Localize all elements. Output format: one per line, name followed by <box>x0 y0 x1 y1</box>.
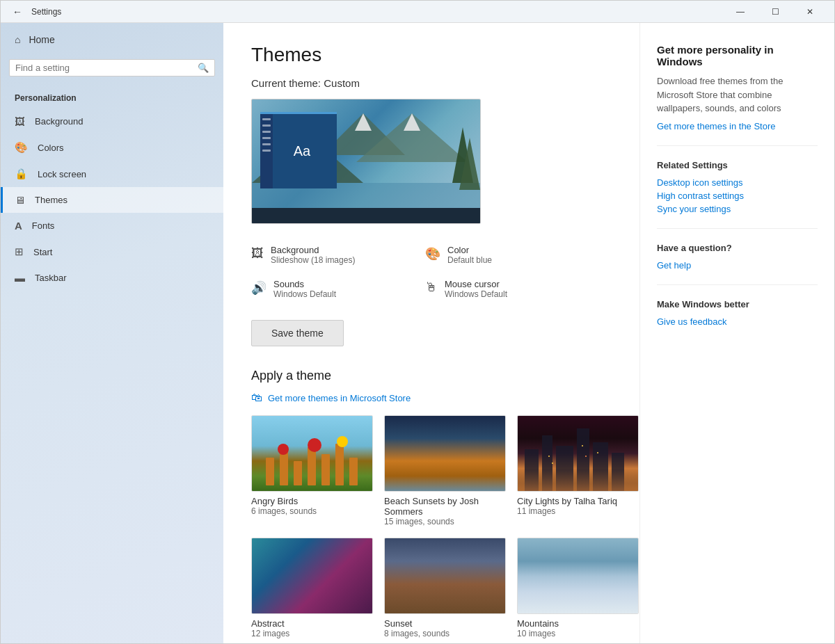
sidebar-item-themes-label: Themes <box>35 195 67 205</box>
settings-window: ← Settings — ☐ ✕ ⌂ Home 🔍 Personalizatio… <box>0 0 835 644</box>
attr-background[interactable]: 🖼 Background Slideshow (18 images) <box>251 238 425 272</box>
back-button[interactable]: ← <box>9 3 26 20</box>
theme-card-mountains[interactable]: Mountains 10 images <box>517 538 639 638</box>
attr-sounds-text: Sounds Windows Default <box>273 279 336 299</box>
attr-background-value: Slideshow (18 images) <box>271 255 355 265</box>
attr-cursor-name: Mouse cursor <box>445 279 507 289</box>
beach-sunsets-desc: 15 images, sounds <box>384 517 506 526</box>
sidebar-item-taskbar[interactable]: ▬ Taskbar <box>1 265 223 291</box>
apply-theme-heading: Apply a theme <box>251 369 612 383</box>
attr-background-icon: 🖼 <box>251 246 264 261</box>
preview-sidebar <box>260 114 273 188</box>
attr-sounds[interactable]: 🔊 Sounds Windows Default <box>251 272 425 306</box>
home-icon: ⌂ <box>15 34 20 45</box>
attr-background-text: Background Slideshow (18 images) <box>271 245 355 265</box>
attr-cursor-text: Mouse cursor Windows Default <box>445 279 507 299</box>
sidebar-section-title: Personalization <box>1 85 223 108</box>
right-panel: Get more personality in Windows Download… <box>639 23 834 643</box>
theme-attributes: 🖼 Background Slideshow (18 images) 🎨 Col… <box>251 238 599 306</box>
theme-card-beach-sunsets[interactable]: Beach Sunsets by Josh Sommers 15 images,… <box>384 415 506 526</box>
page-title: Themes <box>251 44 612 66</box>
theme-card-city-lights[interactable]: City Lights by Talha Tariq 11 images <box>517 415 639 526</box>
search-input[interactable] <box>15 63 198 73</box>
svg-rect-12 <box>321 454 330 485</box>
close-button[interactable]: ✕ <box>794 1 826 23</box>
theme-card-abstract[interactable]: Abstract 12 images <box>251 538 373 638</box>
svg-rect-8 <box>266 458 274 485</box>
svg-point-28 <box>597 452 598 453</box>
beach-sunsets-name: Beach Sunsets by Josh Sommers <box>384 496 506 517</box>
themes-icon: 🖥 <box>15 194 25 206</box>
sidebar-item-fonts-label: Fonts <box>32 220 55 231</box>
desktop-icon-settings-link[interactable]: Desktop icon settings <box>657 177 818 188</box>
trees-svg <box>424 99 480 224</box>
divider-1 <box>657 145 818 146</box>
help-title: Have a question? <box>657 243 818 253</box>
attr-mouse-cursor[interactable]: 🖱 Mouse cursor Windows Default <box>425 272 599 306</box>
city-lights-img <box>517 415 639 492</box>
svg-rect-11 <box>308 447 316 485</box>
theme-preview: Aa <box>251 99 481 224</box>
attr-cursor-value: Windows Default <box>445 289 507 299</box>
sidebar-item-fonts[interactable]: A Fonts <box>1 213 223 239</box>
search-box: 🔍 <box>9 59 215 77</box>
start-icon: ⊞ <box>15 245 24 258</box>
svg-point-27 <box>585 456 587 457</box>
theme-card-angry-birds[interactable]: Angry Birds 6 images, sounds <box>251 415 373 526</box>
sunset-name: Sunset <box>384 618 506 629</box>
get-help-link[interactable]: Get help <box>657 260 818 271</box>
current-theme-label: Current theme: Custom <box>251 77 612 89</box>
window-controls: — ☐ ✕ <box>724 1 826 23</box>
attr-cursor-icon: 🖱 <box>425 280 438 295</box>
svg-point-16 <box>308 438 321 452</box>
store-link[interactable]: 🛍 Get more themes in Microsoft Store <box>251 392 612 404</box>
divider-2 <box>657 228 818 229</box>
home-label: Home <box>29 34 54 45</box>
maximize-button[interactable]: ☐ <box>759 1 791 23</box>
attr-color-name: Color <box>447 245 492 255</box>
sidebar-item-lock-label: Lock screen <box>38 169 86 179</box>
store-link-label: Get more themes in Microsoft Store <box>268 393 411 403</box>
feedback-title: Make Windows better <box>657 299 818 309</box>
sidebar-item-colors[interactable]: 🎨 Colors <box>1 134 223 161</box>
angry-birds-art <box>252 416 373 492</box>
colors-icon: 🎨 <box>15 141 28 154</box>
sidebar-item-colors-label: Colors <box>38 143 64 153</box>
sidebar-item-background[interactable]: 🖼 Background <box>1 108 223 134</box>
sunset-desc: 8 images, sounds <box>384 629 506 638</box>
angry-birds-img <box>251 415 373 492</box>
promo-link[interactable]: Get more themes in the Store <box>657 121 818 131</box>
svg-point-17 <box>337 436 348 447</box>
minimize-button[interactable]: — <box>724 1 756 23</box>
preview-background: Aa <box>252 99 480 223</box>
preview-window: Aa <box>260 112 337 188</box>
attr-color[interactable]: 🎨 Color Default blue <box>425 238 599 272</box>
svg-point-24 <box>548 456 550 457</box>
taskbar-icon: ▬ <box>15 272 25 284</box>
city-lights-name: City Lights by Talha Tariq <box>517 496 639 506</box>
abstract-img <box>251 538 373 614</box>
attr-sounds-value: Windows Default <box>273 289 336 299</box>
sidebar-item-home[interactable]: ⌂ Home <box>1 23 223 56</box>
svg-point-25 <box>552 462 553 464</box>
fonts-icon: A <box>15 220 22 232</box>
give-feedback-link[interactable]: Give us feedback <box>657 316 818 327</box>
lock-icon: 🔒 <box>15 168 28 180</box>
attr-color-icon: 🎨 <box>425 246 440 261</box>
titlebar: ← Settings — ☐ ✕ <box>1 1 834 23</box>
theme-card-sunset[interactable]: Sunset 8 images, sounds <box>384 538 506 638</box>
attr-sounds-icon: 🔊 <box>251 280 267 296</box>
beach-sunsets-img <box>384 415 506 492</box>
sidebar-item-start[interactable]: ⊞ Start <box>1 239 223 265</box>
sidebar-item-lock-screen[interactable]: 🔒 Lock screen <box>1 161 223 187</box>
search-icon: 🔍 <box>198 63 209 73</box>
sunset-img <box>384 538 506 614</box>
sidebar-item-themes[interactable]: 🖥 Themes <box>1 187 223 213</box>
store-icon: 🛍 <box>251 392 262 404</box>
save-theme-button[interactable]: Save theme <box>251 320 344 346</box>
svg-rect-13 <box>335 444 344 485</box>
attr-background-name: Background <box>271 245 355 255</box>
sync-settings-link[interactable]: Sync your settings <box>657 204 818 214</box>
high-contrast-settings-link[interactable]: High contrast settings <box>657 191 818 201</box>
angry-birds-name: Angry Birds <box>251 496 373 506</box>
